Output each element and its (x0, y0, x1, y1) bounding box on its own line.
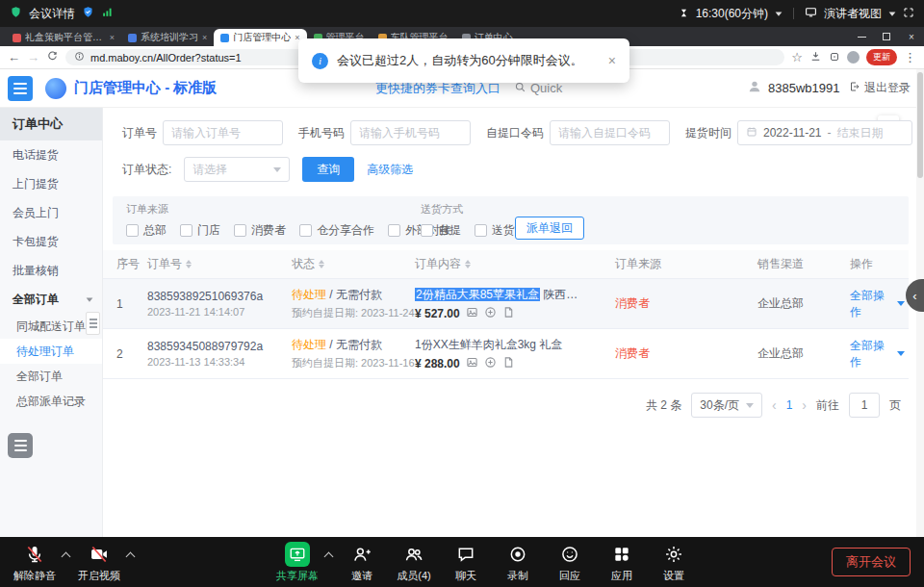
maximize-icon[interactable] (874, 27, 899, 46)
source-checkbox-hq[interactable]: 总部 (126, 222, 167, 239)
pickup-code-input[interactable] (550, 120, 670, 145)
goto-page-input[interactable] (849, 393, 880, 418)
view-dropdown-icon[interactable] (889, 12, 896, 15)
share-screen-icon (285, 542, 310, 567)
sidebar-group-all-orders[interactable]: 全部订单 (0, 285, 102, 314)
view-mode-button[interactable]: 演讲者视图 (824, 6, 882, 22)
browser-tab[interactable]: 礼盒策购平台管理中心 × (6, 29, 121, 46)
close-icon[interactable]: × (899, 27, 924, 46)
share-options-chevron-icon[interactable] (324, 551, 334, 561)
date-range-picker[interactable]: 2022-11-21 - 结束日期 (737, 120, 912, 145)
duration-dropdown-icon[interactable] (776, 12, 783, 15)
next-page-icon[interactable]: › (802, 397, 807, 413)
circle-plus-icon[interactable] (484, 306, 497, 321)
back-icon[interactable]: ← (8, 51, 20, 64)
leave-meeting-button[interactable]: 离开会议 (832, 548, 911, 576)
extensions-icon[interactable] (829, 49, 840, 66)
bookmark-star-icon[interactable]: ☆ (791, 51, 803, 64)
network-signal-icon[interactable] (101, 5, 114, 22)
browser-tab[interactable]: 系统培训学习 × (121, 29, 214, 46)
select-placeholder: 请选择 (192, 162, 227, 178)
browser-menu-icon[interactable]: ⋮ (904, 51, 916, 64)
circle-plus-icon[interactable] (484, 356, 497, 371)
document-icon[interactable] (502, 356, 515, 371)
tab-close-icon[interactable]: × (202, 34, 207, 42)
image-icon[interactable] (466, 356, 478, 371)
delivery-checkbox-deliver[interactable]: 送货 (475, 222, 515, 239)
members-button[interactable]: 成员(4) (389, 542, 439, 583)
mic-options-chevron-icon[interactable] (62, 551, 71, 561)
pickup-time-label: 提货时间 (685, 125, 732, 141)
view-mode-icon (805, 5, 817, 22)
delivery-checkbox-pickup[interactable]: 自提 (421, 222, 461, 239)
browser-tab-active[interactable]: 门店管理中心 × (214, 29, 306, 46)
forward-icon[interactable]: → (27, 51, 39, 64)
apps-button[interactable]: 应用 (597, 542, 647, 583)
start-date: 2022-11-21 (763, 126, 822, 140)
sidebar-section-orders[interactable]: 订单中心 (0, 108, 102, 140)
prev-page-icon[interactable]: ‹ (772, 397, 777, 413)
sidebar-collapse-handle[interactable] (86, 312, 100, 335)
unmute-button[interactable]: 解除静音 (10, 542, 60, 583)
start-video-button[interactable]: 开启视频 (74, 542, 124, 583)
reactions-button[interactable]: 回应 (545, 542, 595, 583)
video-options-chevron-icon[interactable] (126, 551, 136, 561)
logout-label: 退出登录 (864, 80, 911, 96)
timer-icon (679, 5, 689, 22)
user-account[interactable]: 8385wb1991 (747, 79, 839, 97)
sidebar-item-card-pickup[interactable]: 卡包提货 (0, 227, 102, 256)
row-actions-dropdown[interactable]: 全部操作 (850, 338, 905, 370)
invite-button[interactable]: 邀请 (337, 542, 387, 583)
source-checkbox-consumer[interactable]: 消费者 (234, 222, 286, 239)
sidebar-item-dispatch-records[interactable]: 总部派单记录 (0, 389, 102, 414)
order-content: 1份XX生鲜羊肉礼盒3kg 礼盒 (415, 337, 611, 353)
sidebar-item-member-visit[interactable]: 会员上门 (0, 198, 102, 227)
order-price: ¥ 527.00 (415, 307, 460, 320)
refresh-icon[interactable] (46, 49, 59, 66)
page-size-select[interactable]: 30条/页 (691, 393, 762, 418)
col-content: 订单内容 (415, 256, 615, 272)
sort-icon[interactable] (465, 260, 471, 268)
search-button[interactable]: 查询 (302, 157, 354, 182)
security-shield-icon[interactable] (10, 5, 22, 22)
date-separator: - (828, 126, 832, 140)
document-icon[interactable] (502, 306, 515, 321)
order-status-select[interactable]: 请选择 (184, 157, 290, 182)
site-info-icon[interactable] (74, 51, 85, 64)
browser-update-button[interactable]: 更新 (866, 49, 897, 65)
sidebar-item-all-orders[interactable]: 全部订单 (0, 364, 102, 389)
order-no-input[interactable] (163, 120, 283, 145)
phone-input[interactable] (350, 120, 471, 145)
toast-close-icon[interactable]: × (608, 53, 616, 68)
menu-toggle-button[interactable] (8, 76, 33, 101)
sidebar-item-pending-orders[interactable]: 待处理订单 (0, 339, 102, 364)
camera-off-icon (90, 542, 109, 567)
source-checkbox-warehouse[interactable]: 仓分享合作 (299, 222, 374, 239)
sort-icon[interactable] (186, 260, 192, 268)
chat-button[interactable]: 聊天 (441, 542, 491, 583)
source-checkbox-store[interactable]: 门店 (180, 222, 220, 239)
profile-avatar[interactable] (847, 51, 860, 64)
tab-close-icon[interactable]: × (110, 34, 115, 42)
sidebar-item-door-pickup[interactable]: 上门提货 (0, 169, 102, 198)
record-button[interactable]: 录制 (493, 542, 543, 583)
image-icon[interactable] (466, 306, 478, 321)
advanced-filter-link[interactable]: 高级筛选 (367, 162, 413, 178)
floating-menu-icon[interactable] (8, 433, 33, 458)
settings-button[interactable]: 设置 (649, 542, 699, 583)
row-index: 2 (103, 347, 147, 361)
fullscreen-icon[interactable] (903, 5, 914, 22)
col-order-no: 订单号 (147, 256, 292, 272)
current-page[interactable]: 1 (786, 398, 793, 412)
sidebar-item-phone-pickup[interactable]: 电话提货 (0, 140, 102, 169)
dispatch-return-button[interactable]: 派单退回 (515, 217, 584, 240)
logout-button[interactable]: 退出登录 (849, 80, 911, 96)
row-actions-dropdown[interactable]: 全部操作 (850, 288, 905, 320)
meeting-details-button[interactable]: 会议详情 (29, 6, 75, 22)
sort-icon[interactable] (319, 260, 324, 268)
sidebar-item-batch-verify[interactable]: 批量核销 (0, 256, 102, 285)
download-icon[interactable] (809, 49, 822, 66)
info-icon: i (312, 53, 328, 69)
share-screen-button[interactable]: 共享屏幕 (272, 542, 322, 583)
minimize-icon[interactable] (849, 27, 874, 46)
